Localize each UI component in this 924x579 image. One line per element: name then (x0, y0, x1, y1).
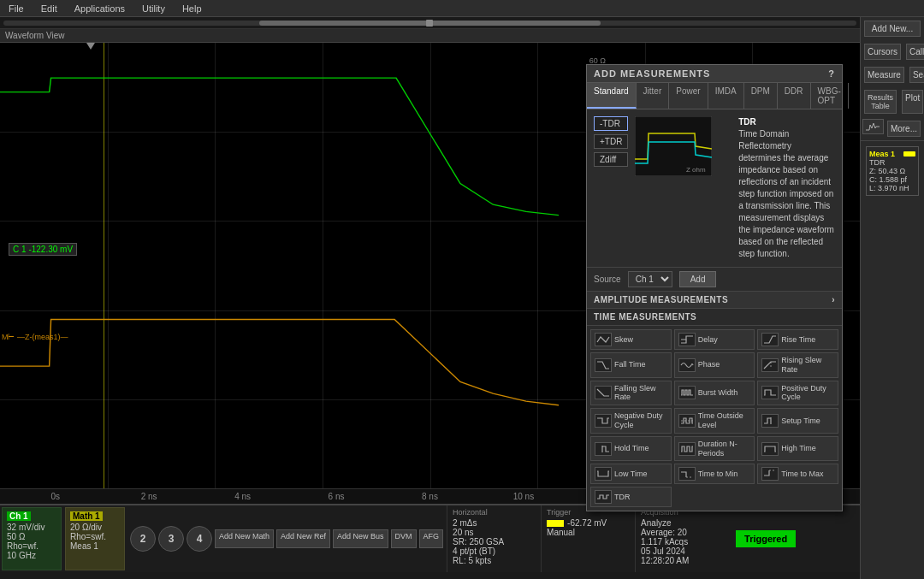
ch1-label: Ch 1 (7, 511, 31, 521)
meas-skew[interactable]: Skew (590, 329, 672, 350)
tab-wbg-opt[interactable]: WBG-OPT (811, 83, 849, 109)
menu-utility[interactable]: Utility (133, 3, 174, 14)
source-select[interactable]: Ch 1 Ch 2 Ch 3 Ch 4 (628, 271, 672, 287)
meas-time-to-max[interactable]: Time to Max (757, 464, 838, 484)
meas-low-time[interactable]: Low Time (590, 464, 672, 484)
skew-icon (595, 333, 612, 346)
horiz-pts: 4 pt/pt (BT) (453, 547, 536, 556)
meas-delay[interactable]: Delay (674, 329, 755, 350)
tab-imda[interactable]: IMDA (708, 83, 744, 109)
time-to-min-label: Time to Min (698, 470, 738, 479)
delay-icon (678, 333, 696, 346)
menubar: File Edit Applications Utility Help (0, 0, 924, 17)
menu-file[interactable]: File (0, 3, 33, 14)
menu-help[interactable]: Help (174, 3, 210, 14)
meas-positive-duty-cycle[interactable]: Positive Duty Cycle (757, 381, 838, 406)
dialog-tabs: Standard Jitter Power IMDA DPM DDR WBG-O… (587, 83, 842, 109)
add-measurement-button[interactable]: Add (679, 271, 717, 287)
meas-phase[interactable]: Phase (674, 352, 755, 378)
meas-rising-slew-rate[interactable]: Rising Slew Rate (757, 352, 838, 378)
measure-button[interactable]: Measure (864, 67, 904, 83)
meas-negative-duty-cycle[interactable]: Negative Duty Cycle (590, 408, 672, 434)
tdr-item-pos[interactable]: +TDR (594, 134, 628, 149)
time-label-4: 8 ns (383, 492, 477, 501)
datetime-date: 05 Jul 2024 (641, 547, 724, 556)
horiz-record-len: RL: 5 kpts (453, 556, 536, 565)
add-new-button[interactable]: Add New... (864, 21, 921, 37)
ch3-button[interactable]: 3 (158, 526, 184, 552)
meas-high-time[interactable]: High Time (757, 436, 838, 462)
math1-label: Math 1 (70, 511, 103, 521)
ch1-info[interactable]: Ch 1 32 mV/div 50 Ω Rho=wf. 10 GHz (2, 507, 62, 570)
datetime-time: 12:28:20 AM (641, 556, 724, 565)
tdr-description: TDR Time Domain Reflectometry determines… (738, 116, 835, 260)
more-button[interactable]: More... (887, 121, 921, 137)
ch1-mv-div: 32 mV/div (7, 523, 56, 532)
meas-burst-width[interactable]: Burst Width (674, 381, 755, 406)
sidebar-meas1-section: Meas 1 TDR Z: 50.43 Ω C: 1.588 pf L: 3.9… (861, 140, 924, 201)
math1-info[interactable]: Math 1 20 Ω/div Rho=swf. Meas 1 (65, 507, 125, 570)
rising-slew-rate-label: Rising Slew Rate (781, 356, 834, 375)
amplitude-arrow: › (832, 295, 835, 304)
tdr-preview-svg: Z ohm (635, 116, 712, 176)
meas1-title: Meas 1 (869, 150, 895, 158)
search-button[interactable]: Search (909, 67, 924, 83)
meas-rise-time[interactable]: Rise Time (757, 329, 838, 350)
meas1-box: Meas 1 TDR Z: 50.43 Ω C: 1.588 pf L: 3.9… (866, 146, 919, 196)
menu-applications[interactable]: Applications (66, 3, 133, 14)
callout-button[interactable]: Callout (906, 44, 924, 60)
trigger-section: Trigger -62.72 mV Manual (541, 505, 635, 572)
time-section-label: TIME MEASUREMENTS (594, 312, 696, 322)
tab-standard[interactable]: Standard (587, 83, 637, 109)
meas-falling-slew-rate[interactable]: Falling Slew Rate (590, 381, 672, 406)
tdr-item-zdiff[interactable]: Zdiff (594, 152, 628, 167)
scrollbar-thumb[interactable] (259, 21, 601, 26)
hold-time-label: Hold Time (614, 444, 649, 453)
time-label-0: 0s (9, 492, 102, 501)
add-new-ref-btn[interactable]: Add New Ref (276, 529, 330, 548)
meas-time-to-min[interactable]: Time to Min (674, 464, 755, 484)
duration-n-periods-icon (678, 442, 696, 456)
menu-edit[interactable]: Edit (33, 3, 66, 14)
tdr-section: -TDR +TDR Zdiff Z ohm (587, 109, 842, 268)
tab-dpm[interactable]: DPM (744, 83, 778, 109)
amplitude-section-header[interactable]: AMPLITUDE MEASUREMENTS › (587, 292, 842, 309)
results-table-button[interactable]: Results Table (864, 90, 897, 114)
dialog-close-button[interactable]: ? (828, 68, 835, 79)
burst-width-label: Burst Width (698, 388, 738, 398)
phase-icon (678, 358, 696, 372)
fall-time-icon (595, 358, 612, 372)
tdr-item-neg[interactable]: -TDR (594, 116, 628, 131)
ch2-button[interactable]: 2 (130, 526, 156, 552)
tab-ddr[interactable]: DDR (778, 83, 811, 109)
math-channel-label: M⊢ —Z-(meas1)— (2, 333, 68, 341)
tdr-preview: Z ohm (635, 116, 732, 260)
trigger-mode: Manual (547, 528, 630, 537)
dvm-btn[interactable]: DVM (391, 529, 417, 548)
right-sidebar: Add New... Cursors Callout Measure Searc… (860, 17, 924, 579)
ch4-button[interactable]: 4 (187, 526, 212, 552)
meas-fall-time[interactable]: Fall Time (590, 352, 672, 378)
scope-icon-1[interactable] (862, 119, 884, 134)
tab-jitter[interactable]: Jitter (637, 83, 670, 109)
top-scrollbar[interactable] (0, 17, 860, 29)
burst-width-icon (678, 386, 696, 399)
time-section-header[interactable]: TIME MEASUREMENTS (587, 309, 842, 326)
time-to-max-icon (761, 467, 779, 481)
meas-duration-n-periods[interactable]: Duration N-Periods (674, 436, 755, 462)
meas-time-outside-level[interactable]: Time Outside Level (674, 408, 755, 434)
afg-btn[interactable]: AFG (419, 529, 444, 548)
phase-label: Phase (698, 360, 720, 369)
tab-power[interactable]: Power (669, 83, 708, 109)
setup-time-label: Setup Time (781, 417, 820, 426)
meas-hold-time[interactable]: Hold Time (590, 436, 672, 462)
plot-button[interactable]: Plot (902, 90, 923, 114)
positive-duty-cycle-label: Positive Duty Cycle (781, 384, 834, 403)
add-new-math-btn[interactable]: Add New Math (215, 529, 274, 548)
cursors-button[interactable]: Cursors (864, 44, 901, 60)
triggered-button[interactable]: Triggered (736, 530, 796, 547)
meas-setup-time[interactable]: Setup Time (757, 408, 838, 434)
add-new-bus-btn[interactable]: Add New Bus (333, 529, 388, 548)
scrollbar-track[interactable] (3, 21, 856, 26)
meas-tdr[interactable]: TDR (590, 487, 672, 507)
